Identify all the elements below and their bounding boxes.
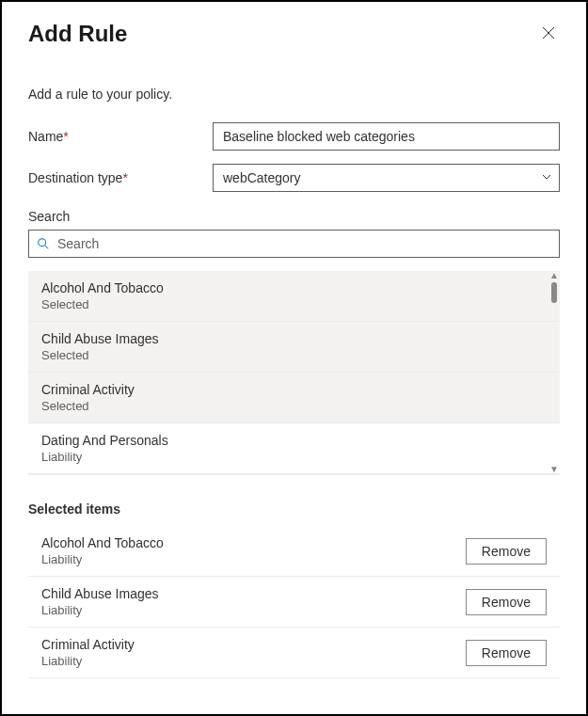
picker-item-sub: Selected — [41, 297, 547, 311]
selected-item-name: Criminal Activity — [41, 637, 466, 652]
svg-point-0 — [39, 239, 46, 247]
category-picker-list: Alcohol And Tobacco Selected Child Abuse… — [28, 271, 560, 475]
name-input[interactable] — [213, 122, 560, 151]
scroll-up-arrow-icon: ▲ — [549, 271, 559, 280]
picker-item-name: Criminal Activity — [41, 382, 547, 397]
add-rule-panel: Add Rule Add a rule to your policy. Name… — [0, 0, 588, 716]
remove-button[interactable]: Remove — [466, 589, 547, 615]
scrollbar[interactable]: ▲ ▼ — [548, 271, 560, 474]
required-mark: * — [122, 170, 127, 185]
selected-item-name: Child Abuse Images — [41, 586, 466, 601]
selected-item: Child Abuse Images Liability Remove — [28, 577, 560, 628]
picker-item-name: Child Abuse Images — [41, 331, 547, 346]
selected-item-sub: Liability — [41, 654, 466, 668]
picker-item-sub: Selected — [41, 348, 547, 362]
picker-item-name: Dating And Personals — [41, 433, 547, 448]
picker-item-name: Alcohol And Tobacco — [41, 280, 547, 295]
picker-item[interactable]: Dating And Personals Liability — [28, 423, 560, 474]
selected-item: Alcohol And Tobacco Liability Remove — [28, 526, 560, 577]
selected-item-name: Alcohol And Tobacco — [41, 535, 466, 550]
svg-line-1 — [45, 246, 49, 249]
search-icon — [37, 237, 50, 250]
destination-type-select[interactable]: webCategory — [213, 164, 560, 192]
panel-title: Add Rule — [28, 21, 127, 47]
picker-item[interactable]: Alcohol And Tobacco Selected — [28, 271, 560, 322]
search-label: Search — [28, 209, 560, 224]
destination-type-label: Destination type* — [28, 170, 213, 185]
remove-button[interactable]: Remove — [466, 640, 547, 666]
selected-item-text: Alcohol And Tobacco Liability — [41, 535, 466, 566]
picker-item[interactable]: Criminal Activity Selected — [28, 373, 560, 423]
panel-header: Add Rule — [28, 21, 560, 47]
close-button[interactable] — [537, 22, 560, 47]
scroll-thumb[interactable] — [551, 282, 557, 303]
selected-item-sub: Liability — [41, 552, 466, 566]
picker-item-sub: Selected — [41, 399, 547, 413]
selected-item: Criminal Activity Liability Remove — [28, 628, 560, 678]
picker-item[interactable]: Child Abuse Images Selected — [28, 322, 560, 373]
selected-item-text: Criminal Activity Liability — [41, 637, 466, 668]
remove-button[interactable]: Remove — [466, 538, 547, 565]
picker-item-sub: Liability — [41, 450, 547, 464]
name-label: Name* — [28, 129, 213, 144]
search-section: Search — [28, 209, 560, 258]
destination-type-row: Destination type* webCategory — [28, 164, 560, 192]
required-mark: * — [63, 129, 68, 144]
scroll-down-arrow-icon: ▼ — [549, 465, 559, 474]
name-row: Name* — [28, 122, 560, 151]
selected-item-text: Child Abuse Images Liability — [41, 586, 466, 617]
destination-type-select-wrap: webCategory — [213, 164, 560, 192]
panel-subheading: Add a rule to your policy. — [28, 87, 560, 102]
close-icon — [541, 25, 556, 43]
search-input[interactable] — [57, 236, 551, 251]
selected-item-sub: Liability — [41, 603, 466, 617]
selected-items-heading: Selected items — [28, 501, 560, 517]
search-box — [28, 230, 560, 258]
